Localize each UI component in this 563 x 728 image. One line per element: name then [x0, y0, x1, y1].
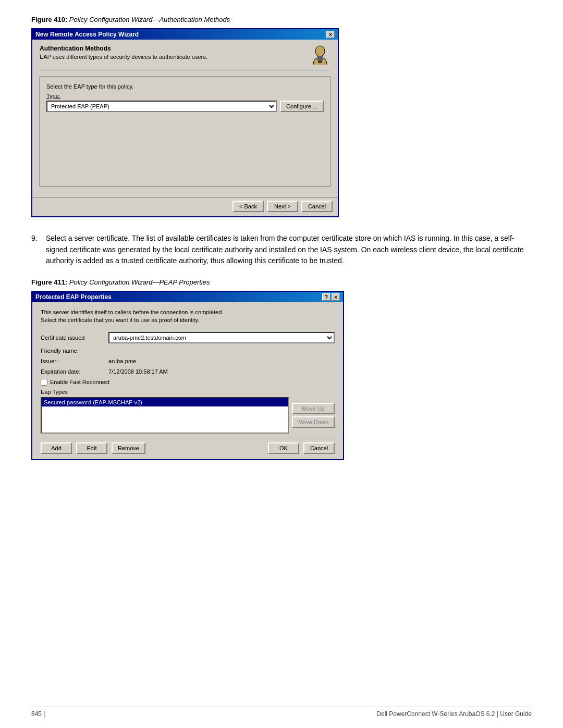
figure411-dialog: Protected EAP Properties ? × This server… — [31, 291, 344, 460]
peap-desc-line2: Select the certificate that you want it … — [41, 316, 335, 324]
figure410-caption: Figure 410: Policy Configuration Wizard—… — [31, 16, 532, 24]
step9-text: 9. Select a server certificate. The list… — [31, 233, 532, 267]
exp-row: Expiration date: 7/12/2008 10:58:17 AM — [41, 368, 335, 375]
figure410-titlebar: New Remote Access Policy Wizard × — [32, 29, 338, 40]
cert-select[interactable]: aruba-pme2.testdomain.com — [108, 332, 335, 343]
peap-cancel-btn[interactable]: Cancel — [303, 442, 335, 454]
figure411-titlebar: Protected EAP Properties ? × — [32, 292, 343, 302]
list-item[interactable]: Secured password (EAP-MSCHAP v2) — [42, 398, 288, 406]
page-container: Figure 410: Policy Configuration Wizard—… — [0, 0, 563, 728]
eap-types-area: Secured password (EAP-MSCHAP v2) Move Up… — [41, 397, 335, 434]
figure411-caption: Figure 411: Policy Configuration Wizard—… — [31, 278, 532, 287]
next-btn[interactable]: Next > — [267, 201, 298, 212]
footer-left: 845 | — [31, 710, 45, 718]
friendly-row: Friendly name: — [41, 348, 335, 354]
figure410-caption-bold: Figure 410: — [31, 16, 67, 23]
figure410-content: Authentication Methods EAP uses differen… — [32, 40, 338, 197]
auth-header: Authentication Methods EAP uses differen… — [40, 45, 331, 70]
auth-header-title: Authentication Methods — [40, 45, 207, 52]
peap-help-btn[interactable]: ? — [322, 293, 331, 301]
eap-move-buttons: Move Up Move Down — [292, 397, 335, 434]
issuer-row: Issuer: aruba-pme — [41, 358, 335, 364]
exp-label: Expiration date: — [41, 368, 108, 375]
cancel-btn[interactable]: Cancel — [301, 201, 333, 212]
figure411-title: Protected EAP Properties — [35, 293, 112, 301]
move-down-btn[interactable]: Move Down — [292, 416, 335, 428]
figure411-caption-bold: Figure 411: — [31, 278, 67, 286]
fast-reconnect-row: Enable Fast Reconnect — [41, 379, 335, 386]
back-btn[interactable]: < Back — [232, 201, 264, 212]
remove-btn[interactable]: Remove — [112, 442, 145, 454]
auth-form-inner: Select the EAP type for this policy. Typ… — [40, 77, 331, 187]
auth-header-desc: EAP uses different types of security dev… — [40, 54, 207, 60]
ok-btn[interactable]: OK — [268, 442, 299, 454]
peap-description: This server identifies itself to callers… — [41, 309, 335, 325]
auth-icon — [310, 45, 331, 66]
inner-spacer — [46, 112, 324, 180]
fast-reconnect-checkbox[interactable] — [41, 379, 47, 386]
figure410-titlebar-buttons: × — [326, 31, 335, 38]
issuer-value: aruba-pme — [108, 358, 335, 364]
cert-label: Certificate issued — [41, 335, 108, 341]
move-up-btn[interactable]: Move Up — [292, 403, 335, 414]
figure410-title: New Remote Access Policy Wizard — [35, 31, 139, 38]
friendly-label: Friendly name: — [41, 348, 108, 354]
figure410-caption-italic: Policy Configuration Wizard—Authenticati… — [69, 16, 230, 23]
footer-right: Dell PowerConnect W-Series ArubaOS 6.2 |… — [376, 710, 532, 718]
type-select-row: Protected EAP (PEAP) Configure ... — [46, 101, 324, 112]
figure411-caption-italic: Policy Configuration Wizard—PEAP Propert… — [69, 278, 210, 286]
page-footer: 845 | Dell PowerConnect W-Series ArubaOS… — [31, 707, 532, 718]
eap-types-label: Eap Types — [41, 389, 335, 395]
step9-content: Select a server certificate. The list of… — [46, 234, 524, 265]
issuer-label: Issuer: — [41, 358, 108, 364]
type-select[interactable]: Protected EAP (PEAP) — [46, 101, 277, 112]
figure410-close-btn[interactable]: × — [326, 31, 335, 38]
figure410-dialog: New Remote Access Policy Wizard × Authen… — [31, 28, 339, 217]
fast-reconnect-label: Enable Fast Reconnect — [50, 379, 109, 385]
peap-close-btn[interactable]: × — [332, 293, 340, 301]
peap-desc-line1: This server identifies itself to callers… — [41, 309, 335, 316]
cert-select-wrapper[interactable]: aruba-pme2.testdomain.com — [108, 332, 335, 343]
figure410-footer: < Back Next > Cancel — [32, 197, 338, 216]
configure-btn[interactable]: Configure ... — [280, 101, 324, 112]
add-btn[interactable]: Add — [41, 442, 72, 454]
peap-footer: Add Edit Remove OK Cancel — [41, 438, 335, 454]
svg-rect-2 — [318, 60, 322, 63]
step9-number: 9. — [31, 233, 38, 244]
svg-point-0 — [315, 46, 325, 56]
exp-value: 7/12/2008 10:58:17 AM — [108, 368, 335, 375]
svg-rect-1 — [317, 56, 323, 60]
type-label: Type: — [46, 93, 324, 99]
type-select-wrapper[interactable]: Protected EAP (PEAP) — [46, 101, 277, 112]
eap-list[interactable]: Secured password (EAP-MSCHAP v2) — [41, 397, 289, 434]
edit-btn[interactable]: Edit — [76, 442, 107, 454]
auth-header-text: Authentication Methods EAP uses differen… — [40, 45, 207, 60]
select-eap-label: Select the EAP type for this policy. — [46, 83, 324, 90]
peap-content: This server identifies itself to callers… — [32, 302, 343, 459]
figure411-titlebar-buttons: ? × — [322, 293, 340, 301]
cert-row: Certificate issued aruba-pme2.testdomain… — [41, 332, 335, 343]
